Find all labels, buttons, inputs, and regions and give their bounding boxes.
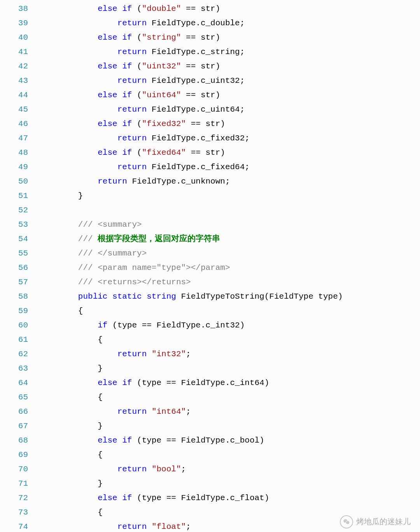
line-number: 67 [0, 419, 28, 433]
line-number: 55 [0, 246, 28, 261]
line-number: 49 [0, 160, 28, 174]
code-line[interactable]: return FieldType.c_fixed64; [39, 160, 420, 174]
line-number: 48 [0, 145, 28, 160]
line-number: 54 [0, 232, 28, 246]
line-number: 56 [0, 261, 28, 275]
line-number: 57 [0, 275, 28, 289]
code-line[interactable]: { [39, 332, 420, 347]
line-number: 44 [0, 88, 28, 102]
code-area[interactable]: else if ("double" == str) return FieldTy… [39, 2, 420, 532]
line-number: 41 [0, 45, 28, 59]
code-line[interactable]: return "int64"; [39, 404, 420, 419]
code-line[interactable]: else if ("uint64" == str) [39, 88, 420, 102]
line-number: 53 [0, 217, 28, 232]
code-line[interactable]: return "int32"; [39, 347, 420, 361]
code-line[interactable]: /// <summary> [39, 217, 420, 232]
code-line[interactable]: { [39, 390, 420, 404]
code-line[interactable]: } [39, 476, 420, 491]
code-line[interactable] [39, 203, 420, 217]
line-number: 46 [0, 117, 28, 131]
line-number: 66 [0, 404, 28, 419]
code-line[interactable]: public static string FieldTypeToString(F… [39, 289, 420, 304]
code-line[interactable]: { [39, 304, 420, 318]
code-line[interactable]: return FieldType.c_fixed32; [39, 131, 420, 145]
code-line[interactable]: else if (type == FieldType.c_bool) [39, 433, 420, 448]
wechat-icon [340, 515, 353, 528]
line-number: 60 [0, 318, 28, 332]
code-line[interactable]: else if (type == FieldType.c_int64) [39, 376, 420, 390]
code-editor[interactable]: 3839404142434445464748495051525354555657… [0, 0, 420, 532]
code-line[interactable]: /// </summary> [39, 246, 420, 261]
line-number: 73 [0, 505, 28, 520]
line-number: 51 [0, 189, 28, 203]
code-line[interactable]: else if ("double" == str) [39, 2, 420, 16]
line-number: 50 [0, 174, 28, 189]
line-number: 65 [0, 390, 28, 404]
watermark-text: 烤地瓜的迷妹儿 [356, 514, 411, 529]
line-number: 40 [0, 30, 28, 45]
code-line[interactable]: if (type == FieldType.c_int32) [39, 318, 420, 332]
line-number: 64 [0, 376, 28, 390]
code-line[interactable]: return FieldType.c_uint32; [39, 74, 420, 88]
code-line[interactable]: return FieldType.c_uint64; [39, 102, 420, 117]
line-number: 39 [0, 16, 28, 30]
line-number: 52 [0, 203, 28, 217]
line-number: 72 [0, 491, 28, 505]
line-number: 71 [0, 476, 28, 491]
code-line[interactable]: else if (type == FieldType.c_float) [39, 491, 420, 505]
line-number: 61 [0, 332, 28, 347]
line-number: 47 [0, 131, 28, 145]
code-line[interactable]: else if ("fixed64" == str) [39, 145, 420, 160]
code-line[interactable]: return "bool"; [39, 462, 420, 476]
watermark: 烤地瓜的迷妹儿 [340, 514, 411, 529]
line-number: 68 [0, 433, 28, 448]
line-number: 45 [0, 102, 28, 117]
code-line[interactable]: return FieldType.c_double; [39, 16, 420, 30]
code-line[interactable]: else if ("uint32" == str) [39, 59, 420, 74]
line-number: 62 [0, 347, 28, 361]
line-number: 74 [0, 520, 28, 532]
line-number: 58 [0, 289, 28, 304]
line-number: 43 [0, 74, 28, 88]
code-line[interactable]: } [39, 361, 420, 376]
code-line[interactable]: /// 根据字段类型，返回对应的字符串 [39, 232, 420, 246]
code-line[interactable]: { [39, 448, 420, 462]
code-line[interactable]: /// <returns></returns> [39, 275, 420, 289]
code-line[interactable]: /// <param name="type"></param> [39, 261, 420, 275]
line-number-gutter: 3839404142434445464748495051525354555657… [0, 2, 39, 532]
code-line[interactable]: else if ("fixed32" == str) [39, 117, 420, 131]
line-number: 70 [0, 462, 28, 476]
code-line[interactable]: return FieldType.c_string; [39, 45, 420, 59]
code-line[interactable]: } [39, 189, 420, 203]
code-line[interactable]: } [39, 419, 420, 433]
code-line[interactable]: else if ("string" == str) [39, 30, 420, 45]
code-line[interactable]: return FieldType.c_unknown; [39, 174, 420, 189]
line-number: 69 [0, 448, 28, 462]
line-number: 63 [0, 361, 28, 376]
line-number: 38 [0, 2, 28, 16]
line-number: 59 [0, 304, 28, 318]
line-number: 42 [0, 59, 28, 74]
